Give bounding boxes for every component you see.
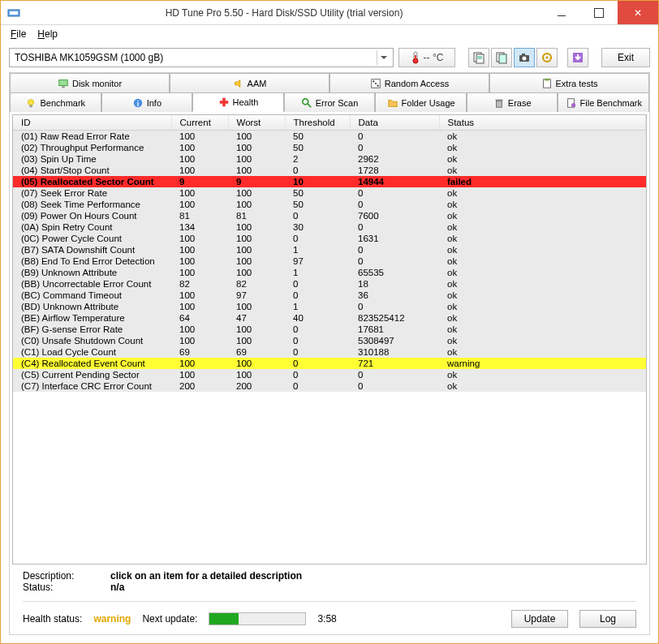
cell-data: 17681 bbox=[350, 324, 439, 335]
table-row[interactable]: (B8) End To End Error Detection100100970… bbox=[13, 255, 646, 267]
copy-image-button[interactable] bbox=[491, 48, 512, 67]
title-bar[interactable]: HD Tune Pro 5.50 - Hard Disk/SSD Utility… bbox=[1, 1, 658, 25]
cell-id: (02) Throughput Performance bbox=[13, 142, 171, 153]
table-row[interactable]: (BC) Command Timeout10097036ok bbox=[13, 290, 646, 301]
tabs-top-row: Disk monitor AAM Random Access Extra tes… bbox=[10, 73, 649, 92]
tab-info[interactable]: iInfo bbox=[101, 92, 193, 112]
clipboard-icon bbox=[541, 78, 553, 89]
update-button[interactable]: Update bbox=[511, 610, 568, 628]
menu-help[interactable]: Help bbox=[32, 27, 62, 41]
table-row[interactable]: (02) Throughput Performance100100500ok bbox=[13, 142, 646, 153]
save-button[interactable] bbox=[567, 48, 588, 67]
svg-rect-10 bbox=[499, 54, 506, 63]
tab-benchmark[interactable]: Benchmark bbox=[10, 92, 101, 112]
svg-rect-18 bbox=[62, 86, 65, 88]
table-row[interactable]: (04) Start/Stop Count10010001728ok bbox=[13, 165, 646, 176]
cell-status: ok bbox=[439, 301, 646, 312]
table-row[interactable]: (B9) Unknown Attribute100100165535ok bbox=[13, 267, 646, 278]
table-row[interactable]: (BF) G-sense Error Rate100100017681ok bbox=[13, 324, 646, 335]
tab-folder-usage[interactable]: Folder Usage bbox=[375, 92, 467, 112]
cell-id: (C1) Load Cycle Count bbox=[13, 346, 171, 358]
table-row[interactable]: (BE) Airflow Temperature644740823525412o… bbox=[13, 312, 646, 324]
cell-id: (B7) SATA Downshift Count bbox=[13, 244, 171, 255]
cell-cur: 100 bbox=[171, 131, 228, 143]
table-row[interactable]: (09) Power On Hours Count818107600ok bbox=[13, 210, 646, 221]
log-button[interactable]: Log bbox=[579, 610, 636, 628]
svg-line-32 bbox=[308, 103, 311, 106]
tab-aam[interactable]: AAM bbox=[170, 73, 330, 92]
table-row[interactable]: (C0) Unsafe Shutdown Count10010005308497… bbox=[13, 335, 646, 346]
table-row[interactable]: (BB) Uncorrectable Error Count8282018ok bbox=[13, 278, 646, 290]
cell-worst: 100 bbox=[228, 335, 285, 346]
col-id[interactable]: ID bbox=[13, 115, 171, 131]
cell-status: ok bbox=[439, 335, 646, 346]
col-current[interactable]: Current bbox=[171, 115, 228, 131]
tab-erase[interactable]: Erase bbox=[467, 92, 558, 112]
table-row[interactable]: (B7) SATA Downshift Count10010010ok bbox=[13, 244, 646, 255]
table-row[interactable]: (03) Spin Up Time10010022962ok bbox=[13, 153, 646, 165]
col-status[interactable]: Status bbox=[439, 115, 646, 131]
smart-grid[interactable]: ID Current Worst Threshold Data Status (… bbox=[12, 114, 647, 565]
maximize-button[interactable] bbox=[580, 1, 618, 24]
cell-worst: 100 bbox=[228, 142, 285, 153]
minimize-button[interactable] bbox=[543, 1, 580, 24]
svg-point-15 bbox=[546, 57, 549, 59]
cell-th: 2 bbox=[285, 153, 350, 165]
cell-worst: 47 bbox=[228, 312, 285, 324]
table-row[interactable]: (0A) Spin Retry Count134100300ok bbox=[13, 221, 646, 233]
copy-text-button[interactable] bbox=[468, 48, 489, 67]
cell-worst: 100 bbox=[228, 153, 285, 165]
table-row[interactable]: (C1) Load Cycle Count69690310188ok bbox=[13, 346, 646, 358]
cell-cur: 100 bbox=[171, 358, 228, 369]
tab-disk-monitor[interactable]: Disk monitor bbox=[10, 73, 170, 92]
options-button[interactable] bbox=[536, 48, 558, 67]
table-row[interactable]: (C4) Reallocated Event Count1001000721wa… bbox=[13, 358, 646, 369]
tab-error-scan[interactable]: Error Scan bbox=[284, 92, 376, 112]
cell-worst: 100 bbox=[228, 187, 285, 199]
table-row[interactable]: (07) Seek Error Rate100100500ok bbox=[13, 187, 646, 199]
health-status-label: Health status: bbox=[23, 613, 82, 625]
tab-file-benchmark[interactable]: File Benchmark bbox=[558, 92, 649, 112]
cell-data: 1631 bbox=[350, 233, 439, 244]
screenshot-button[interactable] bbox=[514, 48, 535, 67]
table-row[interactable]: (01) Raw Read Error Rate100100500ok bbox=[13, 131, 646, 143]
cell-worst: 100 bbox=[228, 199, 285, 210]
cell-worst: 69 bbox=[228, 346, 285, 358]
col-worst[interactable]: Worst bbox=[228, 115, 285, 131]
svg-rect-17 bbox=[59, 79, 68, 85]
table-row[interactable]: (08) Seek Time Performance100100500ok bbox=[13, 199, 646, 210]
col-data[interactable]: Data bbox=[350, 115, 439, 131]
cell-data: 0 bbox=[350, 255, 439, 267]
table-row[interactable]: (0C) Power Cycle Count10010001631ok bbox=[13, 233, 646, 244]
tab-health[interactable]: Health bbox=[192, 92, 284, 112]
cell-status: ok bbox=[439, 233, 646, 244]
table-row[interactable]: (C5) Current Pending Sector10010000ok bbox=[13, 369, 646, 380]
cell-id: (B8) End To End Error Detection bbox=[13, 255, 171, 267]
svg-rect-24 bbox=[545, 78, 549, 80]
exit-button[interactable]: Exit bbox=[601, 48, 650, 67]
close-button[interactable] bbox=[618, 1, 658, 24]
cell-worst: 100 bbox=[228, 324, 285, 335]
table-row[interactable]: (BD) Unknown Attribute10010010ok bbox=[13, 301, 646, 312]
cell-cur: 100 bbox=[171, 290, 228, 301]
table-row[interactable]: (05) Reallocated Sector Count991014944fa… bbox=[13, 176, 646, 187]
cell-cur: 100 bbox=[171, 369, 228, 380]
col-threshold[interactable]: Threshold bbox=[285, 115, 350, 131]
device-selector[interactable]: TOSHIBA MK1059GSM (1000 gB) bbox=[9, 48, 394, 67]
menu-file[interactable]: File bbox=[6, 27, 31, 41]
cell-worst: 100 bbox=[228, 358, 285, 369]
svg-rect-30 bbox=[219, 101, 228, 104]
cell-cur: 100 bbox=[171, 187, 228, 199]
tab-random-access[interactable]: Random Access bbox=[330, 73, 489, 92]
cell-cur: 100 bbox=[171, 301, 228, 312]
cell-th: 0 bbox=[285, 290, 350, 301]
tab-extra-tests[interactable]: Extra tests bbox=[489, 73, 649, 92]
cell-th: 1 bbox=[285, 267, 350, 278]
table-row[interactable]: (C7) Interface CRC Error Count20020000ok bbox=[13, 380, 646, 392]
cell-cur: 81 bbox=[171, 210, 228, 221]
file-benchmark-icon bbox=[566, 97, 577, 109]
cell-status: ok bbox=[439, 278, 646, 290]
cell-worst: 100 bbox=[228, 244, 285, 255]
cell-id: (BD) Unknown Attribute bbox=[13, 301, 171, 312]
svg-rect-13 bbox=[522, 54, 525, 56]
